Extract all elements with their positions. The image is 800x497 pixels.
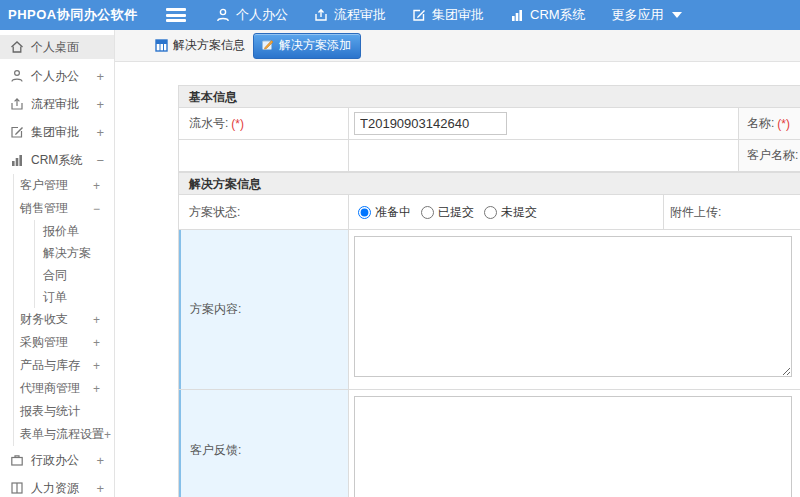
sidebar-item-admin-office[interactable]: 行政办公 +: [0, 446, 114, 474]
sidebar-item-personal-office[interactable]: 个人办公 +: [0, 62, 114, 90]
pencil-icon: [261, 38, 275, 52]
sidebar-item-finance[interactable]: 财务收支 +: [14, 308, 114, 331]
sidebar-item-label: 行政办公: [31, 452, 79, 469]
solution-add-form: 基本信息 流水号: (*) 名称: (*) 客户名称:: [178, 85, 800, 497]
nav-group-approval[interactable]: 集团审批: [412, 6, 484, 24]
tab-label: 解决方案信息: [173, 37, 245, 54]
table-icon: [155, 39, 169, 53]
sidebar-item-label: 采购管理: [20, 334, 68, 351]
tab-solution-info[interactable]: 解决方案信息: [155, 37, 245, 54]
sidebar-item-reports[interactable]: 报表与统计: [14, 400, 114, 423]
sidebar-item-purchase[interactable]: 采购管理 +: [14, 331, 114, 354]
sidebar-item-label: 报价单: [43, 223, 79, 240]
expand-indicator[interactable]: +: [96, 97, 104, 112]
sidebar: 个人桌面 个人办公 + 流程审批 + 集团审批 +: [0, 30, 115, 497]
radio-preparing[interactable]: 准备中: [358, 204, 411, 221]
sidebar-item-label: 订单: [43, 289, 67, 306]
sidebar-item-quotation[interactable]: 报价单: [35, 220, 114, 242]
required-marker: (*): [777, 117, 790, 131]
nav-more-apps[interactable]: 更多应用: [612, 6, 682, 24]
sidebar-item-label: 报表与统计: [20, 403, 80, 420]
nav-label: 个人办公: [236, 6, 288, 24]
sidebar-item-order[interactable]: 订单: [35, 286, 114, 308]
nav-process-approval[interactable]: 流程审批: [314, 6, 386, 24]
expand-indicator[interactable]: +: [93, 382, 100, 396]
sidebar-item-customer-mgmt[interactable]: 客户管理 +: [14, 174, 114, 197]
sidebar-item-label: 解决方案: [43, 245, 91, 262]
sales-submenu: 报价单 解决方案 合同 订单: [34, 220, 114, 308]
section-header-solution-info: 解决方案信息: [178, 172, 800, 195]
tab-label: 解决方案添加: [279, 37, 351, 54]
nav-personal-office[interactable]: 个人办公: [216, 6, 288, 24]
sidebar-item-label: 集团审批: [31, 124, 79, 141]
expand-indicator[interactable]: +: [96, 481, 104, 496]
tab-strip: 解决方案信息 解决方案添加: [115, 30, 800, 62]
sidebar-item-label: 销售管理: [20, 200, 68, 217]
radio-not-submitted-input[interactable]: [484, 206, 497, 219]
form-row-feedback: 客户反馈:: [178, 390, 800, 497]
sidebar-item-label: CRM系统: [31, 152, 82, 169]
expand-indicator[interactable]: +: [96, 453, 104, 468]
serial-label: 流水号: (*): [179, 108, 348, 139]
expand-indicator[interactable]: +: [104, 428, 111, 442]
nav-label: CRM系统: [530, 6, 586, 24]
sidebar-item-sales-mgmt[interactable]: 销售管理 −: [14, 197, 114, 220]
person-icon: [10, 69, 24, 83]
sidebar-item-process-approval[interactable]: 流程审批 +: [0, 90, 114, 118]
sidebar-item-label: 个人办公: [31, 68, 79, 85]
hamburger-menu-icon[interactable]: [166, 8, 186, 22]
radio-submitted[interactable]: 已提交: [421, 204, 474, 221]
edit-square-icon: [412, 8, 426, 22]
content-textarea[interactable]: [354, 236, 792, 377]
sidebar-item-label: 合同: [43, 267, 67, 284]
top-nav: 个人办公 流程审批 集团审批 CRM系统 更多应用: [216, 6, 682, 24]
sidebar-item-contract[interactable]: 合同: [35, 264, 114, 286]
status-radio-group: 准备中 已提交 未提交: [358, 204, 537, 221]
radio-preparing-input[interactable]: [358, 206, 371, 219]
expand-indicator[interactable]: +: [96, 125, 104, 140]
bar-chart-icon: [10, 153, 24, 167]
sidebar-item-label: 人力资源: [31, 480, 79, 497]
content-textarea-cell: [348, 230, 800, 389]
nav-crm-system[interactable]: CRM系统: [510, 6, 586, 24]
edit-square-icon: [10, 125, 24, 139]
feedback-textarea[interactable]: [354, 396, 792, 497]
share-up-icon: [314, 8, 328, 22]
expand-indicator[interactable]: +: [93, 359, 100, 373]
share-up-icon: [10, 97, 24, 111]
nav-label: 流程审批: [334, 6, 386, 24]
sidebar-item-label: 财务收支: [20, 311, 68, 328]
collapse-indicator[interactable]: −: [93, 202, 100, 216]
required-marker: (*): [231, 117, 244, 131]
form-row-serial: 流水号: (*) 名称: (*): [178, 108, 800, 140]
person-icon: [216, 8, 230, 22]
expand-indicator[interactable]: +: [93, 336, 100, 350]
crm-submenu: 客户管理 + 销售管理 − 报价单 解决方案 合同 订单: [13, 174, 114, 446]
sidebar-item-crm[interactable]: CRM系统 −: [0, 146, 114, 174]
sidebar-item-form-flow-settings[interactable]: 表单与流程设置 +: [14, 423, 114, 446]
collapse-indicator[interactable]: −: [96, 153, 104, 168]
attachment-upload-label: 附件上传:: [664, 195, 800, 229]
serial-input[interactable]: [354, 112, 507, 135]
sidebar-item-label: 流程审批: [31, 96, 79, 113]
expand-indicator[interactable]: +: [93, 313, 100, 327]
radio-not-submitted[interactable]: 未提交: [484, 204, 537, 221]
sidebar-item-label: 个人桌面: [31, 39, 79, 56]
sidebar-item-hr[interactable]: 人力资源 +: [0, 474, 114, 497]
sidebar-item-desktop[interactable]: 个人桌面: [0, 35, 114, 59]
expand-indicator[interactable]: +: [96, 69, 104, 84]
expand-indicator[interactable]: +: [93, 179, 100, 193]
sidebar-item-solution[interactable]: 解决方案: [35, 242, 114, 264]
name-label: 名称: (*): [739, 108, 800, 139]
sidebar-item-agent-mgmt[interactable]: 代理商管理 +: [14, 377, 114, 400]
status-radio-cell: 准备中 已提交 未提交: [348, 195, 664, 229]
serial-input-cell: [348, 108, 739, 139]
section-header-basic-info: 基本信息: [178, 85, 800, 108]
radio-submitted-input[interactable]: [421, 206, 434, 219]
sidebar-item-product-inventory[interactable]: 产品与库存 +: [14, 354, 114, 377]
feedback-label: 客户反馈:: [179, 390, 348, 497]
tab-solution-add[interactable]: 解决方案添加: [253, 33, 361, 59]
content-label: 方案内容:: [179, 230, 348, 389]
sidebar-item-group-approval[interactable]: 集团审批 +: [0, 118, 114, 146]
chevron-down-icon: [672, 12, 682, 18]
